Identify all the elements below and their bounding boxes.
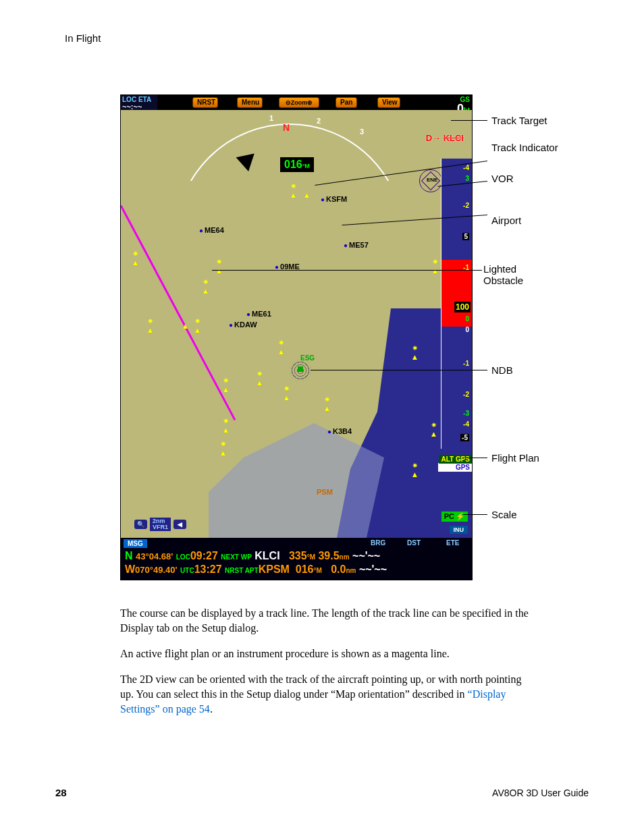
obstacle-icon <box>303 188 313 202</box>
heading-unit: °M <box>302 163 310 169</box>
obstacle-icon <box>323 402 333 415</box>
leader-line <box>464 458 487 458</box>
brg2-unit: °M <box>313 567 321 574</box>
heading-value: 016 <box>284 159 302 170</box>
nrstapt-value: KPSM <box>259 563 290 575</box>
vsi-hundred: 100 <box>454 302 471 312</box>
map-screenshot: LOC ETA ~~:~~ NRST Menu ⊖Zoom⊕ Pan View … <box>120 94 473 580</box>
ndb-label: ESG <box>300 354 315 362</box>
flight-plan-line <box>121 205 236 420</box>
vor-icon: ENE <box>419 169 442 192</box>
zoom-button[interactable]: ⊖Zoom⊕ <box>279 97 319 108</box>
brg-unit: °M <box>307 553 315 561</box>
obstacle-icon <box>431 264 441 277</box>
obstacle-icon <box>202 284 211 298</box>
obstacle-icon <box>256 376 265 389</box>
north-indicator: N <box>283 122 290 133</box>
map-body[interactable]: 1 2 3 N 016°M D→ KLCI ENE KSFM ME64 ME57… <box>121 110 472 538</box>
running-header: In Flight <box>65 32 101 44</box>
page-number: 28 <box>55 787 67 798</box>
nextwp-label: NEXT WP <box>221 553 252 561</box>
callout-vor: VOR <box>491 173 514 184</box>
vsi-tick: -4 <box>463 164 469 171</box>
nrstapt-label: NRST APT <box>225 567 259 574</box>
leader-line <box>463 514 487 515</box>
obstacle-icon <box>194 323 203 337</box>
heading-box: 016°M <box>280 157 314 172</box>
figure: LOC ETA ~~:~~ NRST Menu ⊖Zoom⊕ Pan View … <box>120 94 586 588</box>
callout-line1: Lighted <box>483 263 516 275</box>
nrst-button[interactable]: NRST <box>192 97 218 108</box>
dst-unit: nm <box>340 553 350 561</box>
pan-button[interactable]: Pan <box>336 97 357 108</box>
leader-line <box>311 370 487 370</box>
ete2-value: ~~'~~ <box>359 563 387 575</box>
dst2-unit: nm <box>346 567 356 574</box>
airport-label: PSM <box>317 488 333 496</box>
lon-ew: W <box>125 563 135 575</box>
data-row-2: W070°49.40' UTC13:27 NRST APTKPSM 016°M … <box>125 563 469 576</box>
zoom-icon[interactable]: 🔍 <box>134 520 147 529</box>
callout-lighted-obstacle: Lighted Obstacle <box>483 263 523 286</box>
vor-label: ENE <box>427 177 437 183</box>
paragraph-1: The course can be displayed by a track l… <box>120 606 531 636</box>
msg-badge[interactable]: MSG <box>124 539 147 548</box>
obstacle-icon <box>182 319 191 333</box>
obstacle-icon <box>146 323 156 337</box>
obstacle-icon <box>132 256 141 269</box>
view-button[interactable]: View <box>377 97 400 108</box>
airport-label: KDAW <box>229 321 257 329</box>
callout-flight-plan: Flight Plan <box>491 452 539 464</box>
compass-tick: 2 <box>317 117 321 125</box>
brg-header: BRG <box>371 539 385 547</box>
callout-ndb: NDB <box>491 364 513 376</box>
guide-title: AV8OR 3D User Guide <box>492 788 589 798</box>
lat-value: 43°04.68' <box>136 551 173 561</box>
obstacle-icon <box>222 423 232 437</box>
utc-label: UTC <box>180 567 194 574</box>
track-target-label: D→ KLCI <box>426 133 464 143</box>
gps-label: GPS <box>438 463 472 472</box>
vsi-tick: -3 <box>463 410 469 417</box>
airport-label: ME57 <box>344 241 369 249</box>
obstacle-icon <box>430 427 439 441</box>
callout-line2: Obstacle <box>483 275 523 286</box>
obstacle-icon <box>283 391 292 404</box>
target-prefix: D→ <box>426 133 441 143</box>
obstacle-icon <box>277 345 287 358</box>
dst-header: DST <box>407 539 421 547</box>
p3-text-b: . <box>210 703 213 715</box>
compass-tick: 1 <box>269 114 273 122</box>
dst-value: 39.5 <box>318 550 339 561</box>
leader-line <box>212 270 482 271</box>
scale-arrow-icon[interactable]: ◀ <box>173 520 186 529</box>
brg2-value: 016 <box>296 563 314 575</box>
obstacle-icon <box>411 468 421 481</box>
utc-value: 13:27 <box>194 563 222 575</box>
urban-region <box>209 423 384 538</box>
vsi-tick: -5 <box>460 434 469 441</box>
callout-airport: Airport <box>491 215 521 226</box>
data-row-1: N 43°04.68' LOC09:27 NEXT WP KLCI 335°M … <box>125 550 469 562</box>
lat-ns: N <box>125 550 133 561</box>
vsi-tick: -2 <box>463 202 469 209</box>
nextwp-value: KLCI <box>254 550 279 561</box>
loc-label: LOC <box>176 553 190 561</box>
obstacle-icon <box>219 446 229 460</box>
brg-value: 335 <box>289 550 307 561</box>
callout-scale: Scale <box>491 509 517 520</box>
compass-tick: 3 <box>360 128 364 136</box>
airport-label: KSFM <box>321 195 347 203</box>
ndb-icon <box>290 360 311 381</box>
menu-button[interactable]: Menu <box>237 97 263 108</box>
paragraph-2: An active flight plan or an instrument p… <box>120 646 531 661</box>
vsi-tick: 5 <box>462 233 469 240</box>
scale-bar[interactable]: 🔍 2nmVFR1 ◀ <box>134 518 186 531</box>
loc-value: 09:27 <box>190 550 218 561</box>
obstacle-icon <box>411 350 421 364</box>
obstacle-icon <box>290 188 299 202</box>
obstacle-icon <box>215 264 225 277</box>
vsi-tick: -4 <box>463 420 469 428</box>
alt-gps-label: ALT GPS <box>439 455 472 464</box>
p3-text-a: The 2D view can be oriented with the tra… <box>120 673 522 700</box>
